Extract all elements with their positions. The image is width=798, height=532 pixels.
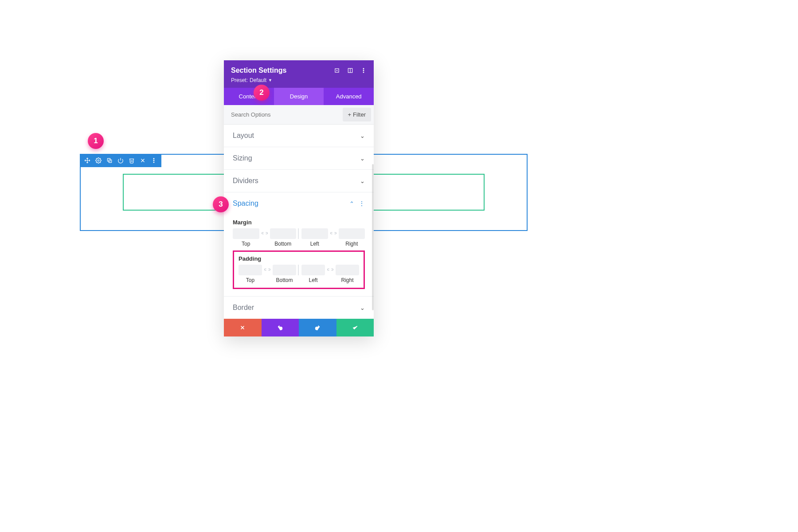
link-icon[interactable] bbox=[327, 266, 334, 274]
filter-button[interactable]: +Filter bbox=[343, 108, 371, 121]
search-row: +Filter bbox=[224, 105, 374, 125]
duplicate-icon[interactable] bbox=[106, 157, 113, 164]
move-icon[interactable] bbox=[84, 157, 90, 164]
cancel-button[interactable] bbox=[224, 319, 262, 336]
snap-icon[interactable] bbox=[347, 67, 353, 74]
preset-label: Preset: bbox=[231, 77, 248, 83]
annotation-badge-3: 3 bbox=[213, 196, 229, 212]
scrollbar[interactable] bbox=[372, 164, 374, 310]
padding-top-input[interactable] bbox=[239, 265, 262, 275]
svg-point-8 bbox=[153, 162, 154, 163]
gear-icon[interactable] bbox=[95, 157, 102, 164]
section-toolbar bbox=[80, 154, 161, 167]
chevron-up-icon: ⌃ bbox=[349, 200, 354, 207]
side-label: Top bbox=[239, 277, 262, 283]
svg-point-15 bbox=[363, 72, 364, 73]
padding-label: Padding bbox=[239, 255, 359, 262]
power-icon[interactable] bbox=[117, 157, 124, 164]
annotation-badge-2: 2 bbox=[254, 85, 270, 101]
chevron-down-icon: ⌄ bbox=[360, 178, 365, 184]
search-input[interactable] bbox=[224, 106, 340, 123]
tab-design[interactable]: Design bbox=[274, 88, 324, 105]
more-icon[interactable] bbox=[360, 67, 367, 74]
accordion-layout: Layout ⌄ bbox=[224, 125, 374, 147]
accordion-title: Border bbox=[233, 304, 254, 312]
accordion-title: Spacing bbox=[233, 200, 258, 207]
svg-point-13 bbox=[363, 68, 364, 69]
side-label: Top bbox=[233, 241, 259, 247]
redo-button[interactable] bbox=[299, 319, 336, 336]
more-icon[interactable] bbox=[151, 157, 157, 164]
link-icon[interactable] bbox=[330, 230, 337, 238]
panel-footer bbox=[224, 319, 374, 336]
panel-title: Section Settings bbox=[231, 66, 286, 74]
side-label: Left bbox=[301, 241, 328, 247]
margin-inputs bbox=[233, 228, 365, 239]
accordion-sizing: Sizing ⌄ bbox=[224, 147, 374, 170]
preset-selector[interactable]: Preset: Default ▼ bbox=[231, 77, 367, 83]
side-label: Bottom bbox=[270, 241, 297, 247]
plus-icon: + bbox=[348, 111, 352, 118]
accordion-spacing: Spacing ⌃ ⋮ Margin Top Bottom bbox=[224, 192, 374, 297]
padding-inputs bbox=[239, 265, 359, 275]
expand-icon[interactable] bbox=[334, 67, 340, 74]
more-icon[interactable]: ⋮ bbox=[359, 200, 365, 207]
padding-highlight: Padding Top Bottom Left bbox=[233, 250, 365, 289]
close-icon[interactable] bbox=[140, 157, 146, 164]
undo-button[interactable] bbox=[262, 319, 299, 336]
margin-right-input[interactable] bbox=[339, 228, 365, 239]
panel-header: Section Settings Preset: Default ▼ bbox=[224, 60, 374, 88]
svg-point-14 bbox=[363, 70, 364, 71]
accordion-title: Layout bbox=[233, 132, 254, 140]
chevron-down-icon: ⌄ bbox=[360, 155, 365, 162]
filter-label: Filter bbox=[353, 111, 366, 118]
margin-bottom-input[interactable] bbox=[270, 228, 297, 239]
confirm-button[interactable] bbox=[336, 319, 374, 336]
chevron-down-icon: ⌄ bbox=[360, 133, 365, 139]
accordion-head-sizing[interactable]: Sizing ⌄ bbox=[224, 147, 374, 169]
side-label: Bottom bbox=[273, 277, 296, 283]
link-icon[interactable] bbox=[261, 230, 268, 238]
tab-advanced[interactable]: Advanced bbox=[324, 88, 374, 105]
padding-bottom-input[interactable] bbox=[273, 265, 296, 275]
accordion-border: Border ⌄ bbox=[224, 297, 374, 319]
divider bbox=[298, 228, 299, 239]
side-label: Right bbox=[336, 277, 359, 283]
accordion-title: Sizing bbox=[233, 154, 252, 162]
margin-left-input[interactable] bbox=[301, 228, 328, 239]
accordion-dividers: Dividers ⌄ bbox=[224, 170, 374, 192]
svg-point-0 bbox=[98, 160, 99, 161]
svg-point-10 bbox=[336, 70, 337, 71]
svg-point-7 bbox=[153, 160, 154, 161]
settings-panel: Section Settings Preset: Default ▼ Conte… bbox=[224, 60, 374, 336]
divider bbox=[298, 265, 299, 275]
annotation-badge-1: 1 bbox=[88, 133, 104, 149]
side-label: Left bbox=[301, 277, 325, 283]
trash-icon[interactable] bbox=[129, 157, 135, 164]
accordion-head-dividers[interactable]: Dividers ⌄ bbox=[224, 170, 374, 192]
accordion-title: Dividers bbox=[233, 177, 258, 185]
padding-right-input[interactable] bbox=[336, 265, 359, 275]
side-label: Right bbox=[339, 241, 365, 247]
svg-point-6 bbox=[153, 158, 154, 159]
margin-top-input[interactable] bbox=[233, 228, 259, 239]
accordion-head-layout[interactable]: Layout ⌄ bbox=[224, 125, 374, 147]
accordion-head-spacing[interactable]: Spacing ⌃ ⋮ bbox=[224, 192, 374, 215]
tabs: Content Design Advanced bbox=[224, 88, 374, 105]
preset-value: Default bbox=[250, 77, 266, 83]
chevron-down-icon: ⌄ bbox=[360, 305, 365, 311]
link-icon[interactable] bbox=[264, 266, 271, 274]
margin-label: Margin bbox=[233, 219, 365, 226]
accordion-body-spacing: Margin Top Bottom Left Right Paddi bbox=[224, 215, 374, 296]
accordion-head-border[interactable]: Border ⌄ bbox=[224, 297, 374, 319]
chevron-down-icon: ▼ bbox=[268, 78, 272, 82]
padding-left-input[interactable] bbox=[301, 265, 325, 275]
